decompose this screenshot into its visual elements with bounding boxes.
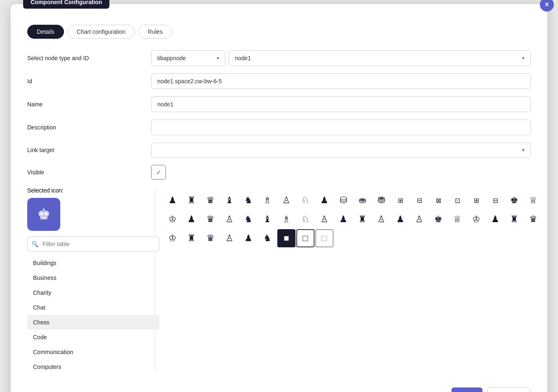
chess-icon-7[interactable]: ♙ — [277, 191, 296, 209]
chess-icon-3[interactable]: ♛ — [201, 191, 220, 209]
chess-icon-38[interactable]: ♟ — [486, 210, 504, 228]
category-item-code[interactable]: Code — [27, 330, 159, 345]
chess-icon-18[interactable]: ⊟ — [486, 191, 504, 209]
filter-wrapper: 🔍 — [27, 237, 159, 251]
chess-icon-26[interactable]: ♝ — [258, 210, 277, 228]
chess-icon-42[interactable]: ♜ — [182, 229, 201, 247]
ok-button[interactable]: Ok — [452, 387, 482, 392]
chess-icon-17[interactable]: ⊞ — [467, 191, 485, 209]
chess-icon-46[interactable]: ♞ — [258, 229, 277, 247]
icon-left-panel: Selected icon: ♚ 🔍 Buildings Business Ch… — [27, 187, 155, 371]
chess-icon-22[interactable]: ♟ — [182, 210, 201, 228]
chess-icon-28[interactable]: ♘ — [296, 210, 314, 228]
chess-icon-15[interactable]: ⊠ — [429, 191, 447, 209]
tab-chart-configuration[interactable]: Chart configuration — [67, 25, 135, 39]
id-row: Id — [27, 73, 531, 89]
chess-icon-43[interactable]: ♛ — [201, 229, 220, 247]
description-row: Description — [27, 120, 531, 135]
modal-title: Component Configuration — [23, 0, 109, 9]
check-icon: ✓ — [156, 169, 161, 176]
icon-grid: ♟ ♜ ♛ ♝ ♞ ♗ ♙ ♘ ♟ ⛁ ⛂ ⛃ ⊞ ⊟ ⊠ ⊡ ⊞ ⊟ ♚ ♕ — [163, 191, 542, 247]
chess-icon-37[interactable]: ♔ — [467, 210, 485, 228]
chess-icon-10[interactable]: ⛁ — [334, 191, 352, 209]
chess-icon-44[interactable]: ♙ — [220, 229, 239, 247]
visible-label: Visible — [27, 169, 151, 176]
visible-checkbox[interactable]: ✓ — [151, 165, 166, 180]
description-label: Description — [27, 124, 151, 131]
close-button[interactable]: × — [540, 0, 554, 12]
search-icon: 🔍 — [31, 241, 38, 247]
chess-icon-36[interactable]: ♕ — [448, 210, 466, 228]
category-item-buildings[interactable]: Buildings — [27, 256, 159, 270]
chess-icon-6[interactable]: ♗ — [258, 191, 277, 209]
chess-icon-33[interactable]: ♟ — [391, 210, 409, 228]
chess-icon-20[interactable]: ♕ — [524, 191, 542, 209]
chess-icon-8[interactable]: ♘ — [296, 191, 314, 209]
chess-icon-27[interactable]: ♗ — [277, 210, 296, 228]
chess-icon-5[interactable]: ♞ — [239, 191, 258, 209]
chess-icon-40[interactable]: ♛ — [524, 210, 542, 228]
chess-icon-12[interactable]: ⛃ — [372, 191, 390, 209]
chess-icon-34[interactable]: ♙ — [410, 210, 428, 228]
modal-container: Component Configuration × Details Chart … — [11, 4, 547, 392]
icon-grid-wrapper: ♟ ♜ ♛ ♝ ♞ ♗ ♙ ♘ ♟ ⛁ ⛂ ⛃ ⊞ ⊟ ⊠ ⊡ ⊞ ⊟ ♚ ♕ — [163, 187, 542, 371]
tab-bar: Details Chart configuration Rules — [27, 25, 531, 39]
node-type-selects: tibappnode ▾ node1 ▾ — [151, 50, 531, 66]
chess-icon-11[interactable]: ⛂ — [353, 191, 371, 209]
link-target-row: Link target ▾ — [27, 143, 531, 157]
node-type-label: Select node type and ID — [27, 55, 151, 61]
visible-row: Visible ✓ — [27, 165, 531, 180]
name-field[interactable] — [151, 96, 531, 112]
chess-icon-23[interactable]: ♛ — [201, 210, 220, 228]
chess-icon-48[interactable]: □ — [296, 229, 314, 247]
node-type-select[interactable]: tibappnode ▾ — [151, 50, 225, 66]
link-target-label: Link target — [27, 147, 151, 153]
selected-icon-label: Selected icon: — [27, 187, 151, 194]
category-list: Buildings Business Charity Chat Chess Co… — [27, 256, 159, 371]
name-row: Name — [27, 96, 531, 112]
tab-details[interactable]: Details — [27, 25, 64, 39]
category-item-chat[interactable]: Chat — [27, 300, 159, 315]
id-field[interactable] — [151, 73, 531, 89]
node-type-row: Select node type and ID tibappnode ▾ nod… — [27, 50, 531, 66]
chess-icon-19[interactable]: ♚ — [505, 191, 523, 209]
chevron-down-icon: ▾ — [522, 55, 525, 61]
tab-rules[interactable]: Rules — [138, 25, 172, 39]
chess-icon-32[interactable]: ♙ — [372, 210, 390, 228]
id-label: Id — [27, 78, 151, 85]
chess-icon-13[interactable]: ⊞ — [391, 191, 409, 209]
footer-buttons: Ok Cancel — [27, 387, 531, 392]
chess-icon-24[interactable]: ♙ — [220, 210, 239, 228]
chess-icon-2[interactable]: ♜ — [182, 191, 201, 209]
chess-icon-25[interactable]: ♞ — [239, 210, 258, 228]
chess-icon-39[interactable]: ♜ — [505, 210, 523, 228]
category-item-computers[interactable]: Computers — [27, 359, 159, 371]
chess-icon-4[interactable]: ♝ — [220, 191, 239, 209]
chess-icon-16[interactable]: ⊡ — [448, 191, 466, 209]
chess-icon-49[interactable]: □ — [315, 229, 333, 247]
chess-king-icon: ♚ — [37, 206, 50, 223]
chess-icon-41[interactable]: ♔ — [163, 229, 182, 247]
chess-icon-31[interactable]: ♜ — [353, 210, 371, 228]
filter-input[interactable] — [27, 237, 159, 251]
chess-icon-9[interactable]: ♟ — [315, 191, 333, 209]
chess-icon-1[interactable]: ♟ — [163, 191, 182, 209]
chess-icon-30[interactable]: ♟ — [334, 210, 352, 228]
category-item-communication[interactable]: Communication — [27, 345, 159, 359]
node-id-select[interactable]: node1 ▾ — [229, 50, 531, 66]
chess-icon-47[interactable]: ■ — [277, 229, 296, 247]
chevron-down-icon: ▾ — [522, 147, 525, 153]
category-item-business[interactable]: Business — [27, 270, 159, 285]
category-item-charity[interactable]: Charity — [27, 285, 159, 300]
chess-icon-21[interactable]: ♔ — [163, 210, 182, 228]
link-target-select[interactable]: ▾ — [151, 143, 531, 157]
chess-icon-45[interactable]: ♟ — [239, 229, 258, 247]
chess-icon-29[interactable]: ♙ — [315, 210, 333, 228]
name-label: Name — [27, 101, 151, 108]
description-field[interactable] — [151, 120, 531, 135]
chess-icon-35[interactable]: ♚ — [429, 210, 447, 228]
selected-icon-preview: ♚ — [27, 198, 60, 231]
category-item-chess[interactable]: Chess — [27, 315, 159, 330]
cancel-button[interactable]: Cancel — [487, 387, 531, 392]
chess-icon-14[interactable]: ⊟ — [410, 191, 428, 209]
